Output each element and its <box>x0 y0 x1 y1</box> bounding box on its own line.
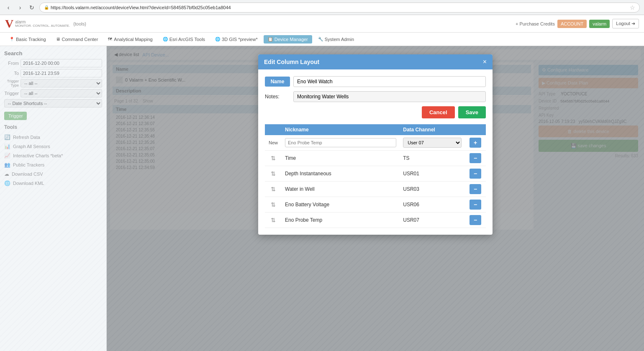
save-button[interactable]: Save <box>458 106 486 118</box>
remove-row-button[interactable]: − <box>470 184 481 194</box>
tool-download-kml-label: Download KML <box>13 181 44 186</box>
name-input[interactable] <box>293 76 486 87</box>
notes-row: Notes: <box>265 91 486 102</box>
col-header-channel: Data Channel <box>400 124 465 135</box>
refresh-icon: 🔄 <box>4 134 10 140</box>
tool-download-kml[interactable]: 🌐 Download KML <box>4 179 102 188</box>
tool-download-csv[interactable]: ☁ Download CSV <box>4 169 102 179</box>
tool-download-csv-label: Download CSV <box>12 172 43 177</box>
purchase-credits-button[interactable]: + Purchase Credits <box>516 21 555 26</box>
column-table: Nickname Data Channel New <box>265 124 486 228</box>
new-nickname-input[interactable] <box>285 138 396 147</box>
table-row: ⇅ Time TS − <box>265 151 486 166</box>
sort-handle-icon[interactable]: ⇅ <box>271 186 276 192</box>
tool-interactive-charts-label: Interactive Charts *beta* <box>13 153 63 158</box>
trigger-button[interactable]: Trigger <box>4 112 27 120</box>
edit-column-layout-modal: Edit Column Layout × Name Notes: <box>258 54 493 235</box>
nav-analytical-mapping[interactable]: 🗺 Analytical Mapping <box>104 35 157 44</box>
header-actions: + Purchase Credits ACCOUNT valarm Logout… <box>516 19 639 28</box>
add-column-button[interactable]: + <box>470 138 481 148</box>
modal-header: Edit Column Layout × <box>258 54 493 69</box>
from-input[interactable] <box>21 59 102 67</box>
channel-cell: USR03 <box>400 182 465 197</box>
valarm-button[interactable]: valarm <box>589 20 610 28</box>
tool-public-trackers[interactable]: 👥 Public Trackers <box>4 160 102 169</box>
sort-handle-icon[interactable]: ⇅ <box>271 170 276 177</box>
tool-refresh[interactable]: 🔄 Refresh Data <box>4 133 102 142</box>
sort-handle-icon[interactable]: ⇅ <box>271 155 276 161</box>
nav-basic-tracking[interactable]: 📍 Basic Tracking <box>5 35 50 44</box>
sidebar: Search From To Trigger Type -- all -- Tr… <box>0 46 107 351</box>
logo-v-letter: V <box>5 17 13 31</box>
modal-actions: Cancel Save <box>265 106 486 118</box>
tool-graph[interactable]: 📊 Graph All Sensors <box>4 142 102 151</box>
col-header-nickname: Nickname <box>282 124 400 135</box>
sort-handle-icon[interactable]: ⇅ <box>271 217 276 223</box>
account-button[interactable]: ACCOUNT <box>557 20 587 28</box>
channel-cell: USR01 <box>400 166 465 182</box>
tool-public-trackers-label: Public Trackers <box>13 162 44 167</box>
nav-system-admin-label: System Admin <box>325 37 354 42</box>
logo-tagline: alarm MONITOR. CONTROL. AUTOMATE. <box>15 20 70 28</box>
back-button[interactable]: ‹ <box>4 3 13 12</box>
content-area: ◀ device list API Device... Name 0 Valar… <box>107 46 644 351</box>
logout-button[interactable]: Logout ➜ <box>612 19 639 28</box>
graph-icon: 📊 <box>4 143 10 149</box>
main-layout: Search From To Trigger Type -- all -- Tr… <box>0 46 644 351</box>
col-header-drag <box>265 124 282 135</box>
map-icon: 🗺 <box>108 37 112 41</box>
nav-command-center-label: Command Center <box>62 37 98 42</box>
modal-body: Name Notes: Cancel Save <box>258 69 493 235</box>
name-label: Name <box>265 77 290 87</box>
modal-close-button[interactable]: × <box>483 59 487 65</box>
table-row: ⇅ Water in Well USR03 − <box>265 182 486 197</box>
device-icon: 📋 <box>268 37 273 41</box>
location-icon: 📍 <box>9 37 14 41</box>
cloud-icon: ☁ <box>4 171 9 177</box>
trigger-type-label: Trigger Type <box>4 79 19 87</box>
notes-label: Notes: <box>265 94 290 100</box>
channel-cell: USR07 <box>400 213 465 228</box>
forward-button[interactable]: › <box>16 3 24 12</box>
remove-row-button[interactable]: − <box>470 215 481 225</box>
date-shortcuts-select[interactable]: -- Date Shortcuts -- <box>4 99 102 108</box>
remove-row-button[interactable]: − <box>470 169 481 179</box>
url-bar[interactable]: 🔒 https://tools.valarm.net/account/devic… <box>39 3 640 13</box>
name-row: Name <box>265 76 486 87</box>
notes-input[interactable] <box>293 91 486 102</box>
remove-row-button[interactable]: − <box>470 200 481 210</box>
wrench-icon: 🔧 <box>318 37 323 41</box>
lock-icon: 🔒 <box>44 5 49 10</box>
bookmark-icon: ☆ <box>630 4 635 11</box>
nickname-cell: Time <box>282 151 400 166</box>
sort-handle-icon[interactable]: ⇅ <box>271 201 276 208</box>
table-row: ⇅ Depth Instantaneous USR01 − <box>265 166 486 182</box>
cancel-button[interactable]: Cancel <box>422 106 455 118</box>
new-channel-select[interactable]: User 01 User 02 User 03 User 04 User 05 … <box>403 138 462 148</box>
trigger-type-select[interactable]: -- all -- <box>21 79 102 87</box>
modal-title: Edit Column Layout <box>264 59 319 65</box>
tools-label: {tools} <box>73 21 86 26</box>
tool-refresh-label: Refresh Data <box>13 135 40 140</box>
trigger-label: Trigger <box>4 91 19 96</box>
tool-interactive-charts[interactable]: 📈 Interactive Charts *beta* <box>4 151 102 160</box>
to-label: To <box>4 71 19 76</box>
table-row: ⇅ Eno Probe Temp USR07 − <box>265 213 486 228</box>
nickname-cell: Eno Probe Temp <box>282 213 400 228</box>
remove-row-button[interactable]: − <box>470 153 481 163</box>
from-label: From <box>4 61 19 66</box>
nav-system-admin[interactable]: 🔧 System Admin <box>314 35 358 44</box>
nav-command-center[interactable]: 🖥 Command Center <box>52 35 103 44</box>
nav-device-manager[interactable]: 📋 Device Manager <box>264 35 312 44</box>
new-row-label: New <box>269 140 278 145</box>
3d-globe-icon: 🌐 <box>215 37 220 41</box>
trigger-select[interactable]: -- all -- <box>21 89 102 97</box>
search-title: Search <box>4 50 102 56</box>
reload-button[interactable]: ↻ <box>28 3 36 12</box>
nav-3d-gis[interactable]: 🌐 3D GIS *preview* <box>211 35 262 44</box>
channel-cell: TS <box>400 151 465 166</box>
monitor-icon: 🖥 <box>56 37 60 41</box>
nav-esri-arcgis[interactable]: 🌐 Esri ArcGIS Tools <box>159 35 209 44</box>
to-input[interactable] <box>21 69 102 77</box>
nav-device-manager-label: Device Manager <box>275 37 308 42</box>
